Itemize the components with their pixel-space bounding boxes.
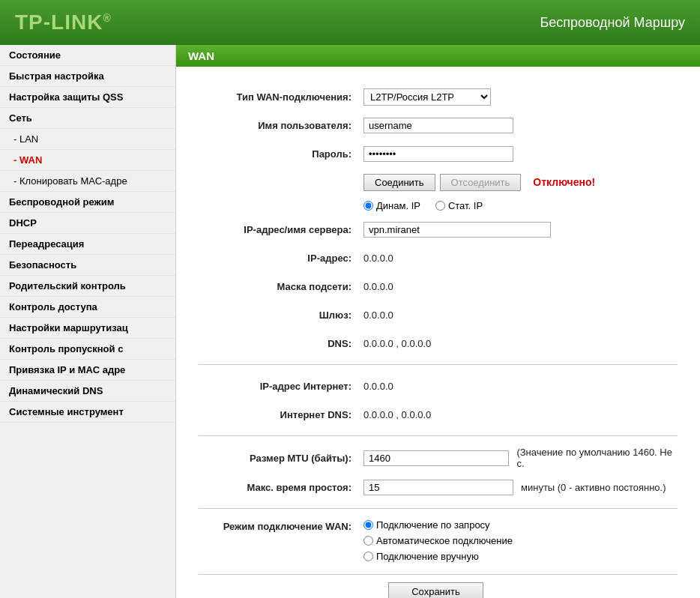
sidebar-item-quick[interactable]: Быстрая настройка xyxy=(0,66,175,87)
header: TP-LINK® Беспроводной Маршру xyxy=(0,0,700,45)
dns-row: DNS: 0.0.0.0 , 0.0.0.0 xyxy=(199,333,678,354)
sidebar-item-forward[interactable]: Переадресация xyxy=(0,234,175,255)
wan-mode-opt2-text: Автоматическое подключение xyxy=(376,535,513,546)
sidebar-item-routing[interactable]: Настройки маршрутизац xyxy=(0,318,175,339)
static-ip-label[interactable]: Стат. IP xyxy=(435,200,483,211)
sidebar-item-wireless[interactable]: Беспроводной режим xyxy=(0,192,175,213)
wan-mode-on-demand-label[interactable]: Подключение по запросу xyxy=(363,519,513,531)
layout: Состояние Быстрая настройка Настройка за… xyxy=(0,45,700,598)
wan-mode-manual-radio[interactable] xyxy=(363,552,373,561)
server-label: IP-адрес/имя сервера: xyxy=(199,224,363,235)
idle-row: Макс. время простоя: минуты (0 - активно… xyxy=(199,477,678,498)
sidebar-item-tools[interactable]: Системные инструмент xyxy=(0,402,175,423)
gateway-label: Шлюз: xyxy=(199,309,363,321)
section-header: WAN xyxy=(176,45,700,67)
wan-type-row: Тип WAN-подключения: L2TP/Россия L2TP xyxy=(199,86,678,107)
password-row: Пароль: xyxy=(199,143,678,164)
ip-label: IP-адрес: xyxy=(199,253,363,264)
content-area: Тип WAN-подключения: L2TP/Россия L2TP Им… xyxy=(176,79,700,598)
ip-row: IP-адрес: 0.0.0.0 xyxy=(199,247,678,268)
sidebar-item-status[interactable]: Состояние xyxy=(0,45,175,66)
connection-status: Отключено! xyxy=(533,176,595,188)
gateway-row: Шлюз: 0.0.0.0 xyxy=(199,304,678,325)
wan-mode-auto-radio[interactable] xyxy=(363,536,373,546)
sidebar-item-network[interactable]: Сеть xyxy=(0,108,175,129)
divider1 xyxy=(199,364,678,365)
logo-text: TP-LINK xyxy=(15,10,103,34)
mtu-label: Размер MTU (байты): xyxy=(199,453,363,464)
internet-dns-row: Интернет DNS: 0.0.0.0 , 0.0.0.0 xyxy=(199,404,678,425)
mtu-row: Размер MTU (байты): (Значение по умолчан… xyxy=(199,447,678,469)
idle-label: Макс. время простоя: xyxy=(199,482,363,493)
logo: TP-LINK® xyxy=(15,10,112,34)
divider2 xyxy=(199,435,678,436)
dns-value: 0.0.0.0 , 0.0.0.0 xyxy=(363,338,431,349)
wan-mode-label: Режим подключение WAN: xyxy=(199,519,363,532)
username-label: Имя пользователя: xyxy=(199,120,363,131)
static-ip-text: Стат. IP xyxy=(448,200,483,211)
connect-row: Соединить Отсоединить Отключено! xyxy=(199,172,678,193)
dynamic-ip-label[interactable]: Динам. IP xyxy=(363,200,420,211)
divider3 xyxy=(199,508,678,509)
sidebar-item-qss[interactable]: Настройка защиты QSS xyxy=(0,87,175,108)
header-title: Беспроводной Маршру xyxy=(540,15,685,31)
subnet-label: Маска подсети: xyxy=(199,281,363,292)
password-label: Пароль: xyxy=(199,148,363,160)
idle-hint: минуты (0 - активно постоянно.) xyxy=(521,482,666,493)
sidebar-item-binding[interactable]: Привязка IP и МАС адре xyxy=(0,360,175,381)
sidebar-item-access[interactable]: Контроль доступа xyxy=(0,297,175,318)
ip-mode-row: Динам. IP Стат. IP xyxy=(199,200,678,211)
sidebar-item-wan[interactable]: - WAN xyxy=(0,150,175,171)
idle-input[interactable] xyxy=(363,480,513,495)
sidebar-item-ddns[interactable]: Динамический DNS xyxy=(0,381,175,402)
disconnect-button[interactable]: Отсоединить xyxy=(440,174,522,191)
internet-ip-value: 0.0.0.0 xyxy=(363,381,393,392)
username-row: Имя пользователя: xyxy=(199,115,678,136)
wan-mode-manual-label[interactable]: Подключение вручную xyxy=(363,551,513,562)
sidebar-item-bandwidth[interactable]: Контроль пропускной с xyxy=(0,339,175,360)
sidebar-item-dhcp[interactable]: DHCP xyxy=(0,213,175,234)
internet-ip-label: IP-адрес Интернет: xyxy=(199,381,363,392)
sidebar-item-parental[interactable]: Родительский контроль xyxy=(0,276,175,297)
wan-mode-options: Подключение по запросу Автоматическое по… xyxy=(363,519,513,562)
wan-type-select[interactable]: L2TP/Россия L2TP xyxy=(363,88,491,106)
wan-type-label: Тип WAN-подключения: xyxy=(199,91,363,103)
dns-label: DNS: xyxy=(199,338,363,349)
server-row: IP-адрес/имя сервера: xyxy=(199,219,678,240)
internet-ip-row: IP-адрес Интернет: 0.0.0.0 xyxy=(199,375,678,396)
dynamic-ip-radio[interactable] xyxy=(363,201,373,211)
ip-value: 0.0.0.0 xyxy=(363,253,393,264)
connect-button[interactable]: Соединить xyxy=(363,174,435,191)
mtu-hint: (Значение по умолчанию 1460. Не с. xyxy=(516,447,678,469)
gateway-value: 0.0.0.0 xyxy=(363,309,393,321)
password-input[interactable] xyxy=(363,146,513,162)
wan-mode-opt1-text: Подключение по запросу xyxy=(376,519,490,531)
save-row: Сохранить xyxy=(199,574,678,598)
internet-dns-label: Интернет DNS: xyxy=(199,409,363,420)
subnet-value: 0.0.0.0 xyxy=(363,281,393,292)
mtu-input[interactable] xyxy=(363,450,509,466)
wan-mode-row: Режим подключение WAN: Подключение по за… xyxy=(199,519,678,562)
main-content: WAN Тип WAN-подключения: L2TP/Россия L2T… xyxy=(176,45,700,598)
server-input[interactable] xyxy=(363,222,551,238)
wan-mode-opt3-text: Подключение вручную xyxy=(376,551,479,562)
sidebar-item-lan[interactable]: - LAN xyxy=(0,129,175,150)
static-ip-radio[interactable] xyxy=(435,201,445,211)
logo-registered: ® xyxy=(103,12,111,24)
internet-dns-value: 0.0.0.0 , 0.0.0.0 xyxy=(363,409,431,420)
subnet-row: Маска подсети: 0.0.0.0 xyxy=(199,276,678,297)
sidebar: Состояние Быстрая настройка Настройка за… xyxy=(0,45,176,598)
sidebar-item-mac[interactable]: - Клонировать МАС-адре xyxy=(0,171,175,192)
save-button[interactable]: Сохранить xyxy=(388,582,483,598)
wan-mode-auto-label[interactable]: Автоматическое подключение xyxy=(363,535,513,546)
dynamic-ip-text: Динам. IP xyxy=(376,200,420,211)
section-title: WAN xyxy=(188,49,214,62)
wan-mode-on-demand-radio[interactable] xyxy=(363,520,373,530)
sidebar-item-security[interactable]: Безопасность xyxy=(0,255,175,276)
username-input[interactable] xyxy=(363,118,513,133)
